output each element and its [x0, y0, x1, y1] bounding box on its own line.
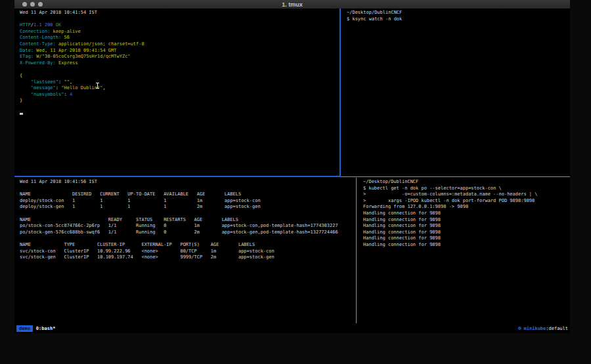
- terminal-line: Handling connection for 9898: [363, 235, 575, 242]
- terminal-line: [20, 211, 356, 217]
- window-title: 1. tmux: [14, 1, 570, 8]
- pane-kubectl-resources[interactable]: Wed 11 Apr 2018 10:41:56 IST NAME DESIRE…: [14, 178, 356, 325]
- terminal-line: [20, 186, 356, 192]
- terminal-line: ~/Desktop/DublinCNCF: [347, 10, 575, 16]
- terminal-line: $ ksync watch -n dok: [347, 16, 575, 23]
- terminal-line: {: [20, 73, 339, 79]
- pane-port-forward[interactable]: ~/Desktop/DublinCNCF$ kubectl get -n dok…: [358, 178, 575, 325]
- terminal-line: "numsymbols": 4: [20, 92, 339, 98]
- pane-http-response[interactable]: Wed 11 Apr 2018 10:41:54 IST HTTP/1.1 20…: [14, 9, 339, 177]
- terminal-line: [20, 235, 356, 242]
- kube-namespace-label: :default: [546, 326, 568, 331]
- terminal-line: "message": "Hello Dublin!",: [20, 85, 339, 92]
- pane-divider-vertical-bottom[interactable]: [356, 178, 357, 323]
- terminal-line: HTTP/1.1 200 OK: [20, 22, 339, 29]
- session-name-badge: demo: [16, 325, 33, 332]
- pane-ksync-watch[interactable]: ~/Desktop/DublinCNCF$ ksync watch -n dok: [341, 9, 575, 177]
- terminal-line: Handling connection for 9898: [363, 223, 575, 230]
- kubernetes-wheel-icon: ☸: [517, 326, 521, 331]
- terminal-line: svc/stock-con ClusterIP 10.99.222.96 <no…: [20, 249, 356, 255]
- terminal-line: > xargs -IPOD kubectl -n dok port-forwar…: [363, 198, 575, 205]
- terminal-line: ETag: W/"38-05coCsrg3mQ75sHr1d/qcMTwYZc": [20, 54, 339, 60]
- terminal-line: $ kubectl get -n dok po --selector=app=s…: [363, 186, 575, 192]
- terminal-line: > -o=custom-columns=:metadata.name --no-…: [363, 192, 575, 198]
- terminal-line: ~/Desktop/DublinCNCF: [363, 179, 575, 186]
- tmux-status-bar: demo 0:bash* ☸ minikube :default: [14, 324, 570, 333]
- terminal-line: NAME READY STATUS RESTARTS AGE LABELS: [20, 217, 356, 224]
- terminal-cursor: [20, 113, 23, 115]
- terminal-line: Handling connection for 9898: [363, 211, 575, 217]
- terminal-line: Forwarding from 127.0.0.1:9898 -> 9898: [363, 204, 575, 211]
- pane-divider-horizontal-active[interactable]: [14, 176, 341, 177]
- terminal-line: Handling connection for 9898: [363, 242, 575, 249]
- terminal-line: Content-Length: 56: [20, 35, 339, 41]
- terminal-line: svc/stock-gen ClusterIP 10.109.197.74 <n…: [20, 254, 356, 261]
- window-titlebar[interactable]: 1. tmux: [14, 0, 570, 9]
- terminal-line: Connection: keep-alive: [20, 29, 339, 35]
- terminal-window: 1. tmux Wed 11 Apr 2018 10:41:54 IST HTT…: [14, 0, 570, 333]
- terminal-line: Content-Type: application/json; charset=…: [20, 41, 339, 48]
- terminal-line: X-Powered-By: Express: [20, 60, 339, 67]
- terminal-line: Wed 11 Apr 2018 10:41:54 IST: [20, 10, 339, 16]
- terminal-line: NAME TYPE CLUSTER-IP EXTERNAL-IP PORT(S)…: [20, 242, 356, 249]
- terminal-line: NAME DESIRED CURRENT UP-TO-DATE AVAILABL…: [20, 192, 356, 198]
- terminal-line: po/stock-con-5cc874766c-2p6rp 1/1 Runnin…: [20, 223, 356, 230]
- terminal-line: [20, 111, 339, 117]
- terminal-line: [20, 66, 339, 73]
- pane-divider-horizontal[interactable]: [341, 176, 570, 177]
- terminal-line: Wed 11 Apr 2018 10:41:56 IST: [20, 179, 356, 186]
- pane-divider-vertical-top[interactable]: [339, 9, 341, 176]
- tmux-content: Wed 11 Apr 2018 10:41:54 IST HTTP/1.1 20…: [14, 9, 570, 324]
- status-window-tab[interactable]: 0:bash*: [36, 326, 56, 331]
- mouse-cursor-ibeam: [96, 83, 99, 89]
- terminal-line: Handling connection for 9898: [363, 217, 575, 224]
- terminal-line: [20, 104, 339, 111]
- terminal-line: deploy/stock-gen 1 1 1 1 2m app=stock-ge…: [20, 204, 356, 211]
- kube-context-label: minikube: [524, 326, 546, 331]
- terminal-line: [20, 16, 339, 23]
- terminal-line: }: [20, 98, 339, 104]
- terminal-line: Handling connection for 9898: [363, 230, 575, 236]
- terminal-line: po/stock-gen-576cc688bb-swqf6 1/1 Runnin…: [20, 230, 356, 236]
- terminal-line: deploy/stock-con 1 1 1 1 1m app=stock-co…: [20, 198, 356, 205]
- terminal-line: "lastseen": "",: [20, 79, 339, 86]
- terminal-line: Date: Wed, 11 Apr 2018 09:41:54 GMT: [20, 48, 339, 54]
